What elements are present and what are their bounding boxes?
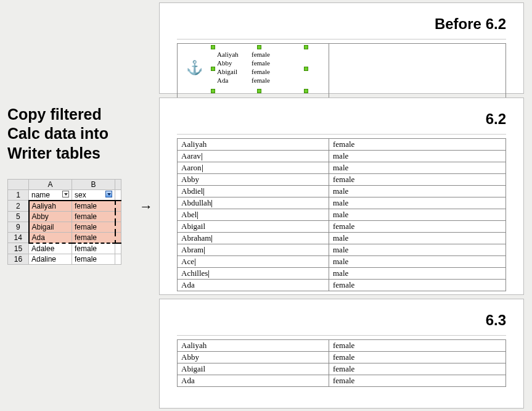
writer-cell[interactable]: Ace — [178, 256, 329, 268]
writer-cell[interactable]: male — [329, 151, 506, 162]
calc-cell[interactable]: female — [72, 254, 115, 264]
resize-handle[interactable] — [257, 89, 261, 93]
page-title: Copy filtered Calc data into Writer tabl… — [7, 105, 137, 163]
arrow-icon: → — [139, 199, 153, 215]
writer-cell[interactable]: Ada — [178, 280, 329, 291]
writer-cell[interactable]: male — [329, 209, 506, 221]
table-row: Adafemale — [178, 280, 506, 291]
calc-col-header-extra — [115, 179, 121, 189]
resize-handle[interactable] — [211, 67, 215, 71]
table-row: Abigailfemale — [178, 363, 506, 375]
writer-cell[interactable]: Abdiel — [178, 186, 329, 197]
writer-cell[interactable]: male — [329, 268, 506, 280]
writer-cell[interactable]: Aaliyah — [178, 340, 329, 352]
writer-cell[interactable]: female — [329, 340, 506, 352]
calc-empty-cell — [115, 222, 121, 232]
panel-before-6-2: Before 6.2 ⚓ AaliyahfemaleAbbyfemaleAbig… — [159, 2, 524, 94]
calc-empty-cell — [115, 254, 121, 264]
writer-cell[interactable]: male — [329, 244, 506, 256]
calc-row-header: 2 — [8, 201, 29, 212]
writer-cell[interactable]: Aaron — [178, 162, 329, 174]
calc-cell[interactable]: female — [72, 211, 115, 222]
calc-row-header: 15 — [8, 243, 29, 254]
writer-table-6-3: AaliyahfemaleAbbyfemaleAbigailfemaleAdaf… — [177, 339, 506, 387]
writer-cell[interactable]: Aarav — [178, 151, 329, 162]
writer-cell[interactable]: male — [329, 197, 506, 209]
writer-cell[interactable]: male — [329, 162, 506, 174]
calc-cell[interactable]: female — [72, 222, 115, 232]
writer-cell[interactable]: Abby — [178, 352, 329, 363]
resize-handle[interactable] — [257, 45, 261, 49]
calc-cell[interactable]: Abby — [29, 211, 72, 222]
text-cursor-icon — [211, 200, 212, 207]
calc-cell[interactable]: female — [72, 201, 115, 212]
writer-cell[interactable]: Ada — [178, 375, 329, 387]
writer-cell[interactable]: Abdullah — [178, 197, 329, 209]
table-row: Abrammale — [178, 244, 506, 256]
calc-empty-cell — [115, 232, 121, 243]
calc-header-cell: sex — [72, 189, 115, 201]
table-row: Abdullahmale — [178, 197, 506, 209]
resize-handle[interactable] — [304, 67, 308, 71]
anchor-icon: ⚓ — [186, 60, 203, 76]
calc-cell[interactable]: female — [72, 243, 115, 254]
text-cursor-icon — [202, 165, 203, 172]
writer-cell[interactable]: female — [329, 139, 506, 151]
calc-row-header: 9 — [8, 222, 29, 232]
resize-handle[interactable] — [211, 89, 215, 93]
writer-table-6-2: AaliyahfemaleAaravmaleAaronmaleAbbyfemal… — [177, 138, 506, 291]
resize-handle[interactable] — [304, 89, 308, 93]
writer-cell[interactable]: Abigail — [178, 363, 329, 375]
calc-spreadsheet: A B 1 name sex 2Aaliyahfemale5Abbyfemale… — [7, 179, 121, 265]
writer-cell[interactable]: male — [329, 256, 506, 268]
ole-object-frame[interactable]: AaliyahfemaleAbbyfemaleAbigailfemaleAdaf… — [213, 48, 306, 91]
autofilter-icon[interactable] — [62, 191, 69, 197]
table-row: Abelmale — [178, 209, 506, 221]
writer-cell[interactable]: male — [329, 233, 506, 244]
calc-cell[interactable]: female — [72, 232, 115, 243]
calc-cell[interactable]: Ada — [29, 232, 72, 243]
divider — [177, 134, 506, 135]
writer-cell[interactable]: female — [329, 280, 506, 291]
resize-handle[interactable] — [211, 45, 215, 49]
calc-header-sex: sex — [75, 191, 86, 199]
ole-cell: female — [252, 50, 286, 59]
writer-cell[interactable]: male — [329, 186, 506, 197]
writer-cell[interactable]: Abram — [178, 244, 329, 256]
calc-empty-cell — [115, 201, 121, 212]
divider — [177, 39, 506, 39]
writer-cell[interactable]: Abel — [178, 209, 329, 221]
panel-title-before: Before 6.2 — [177, 15, 506, 33]
resize-handle[interactable] — [304, 45, 308, 49]
calc-cell[interactable]: Adalee — [29, 243, 72, 254]
calc-row-header: 16 — [8, 254, 29, 264]
ole-cell: Ada — [217, 76, 252, 85]
table-row: Abrahammale — [178, 233, 506, 244]
table-row: Abbyfemale — [178, 352, 506, 363]
writer-cell[interactable]: Achilles — [178, 268, 329, 280]
calc-empty-cell — [115, 243, 121, 254]
writer-cell[interactable]: Abby — [178, 174, 329, 186]
writer-cell[interactable]: Abraham — [178, 233, 329, 244]
calc-corner-cell — [8, 179, 29, 189]
writer-cell[interactable]: Abigail — [178, 221, 329, 233]
calc-cell[interactable]: Adaline — [29, 254, 72, 264]
calc-cell[interactable]: Aaliyah — [29, 201, 72, 212]
panel-6-2: 6.2 AaliyahfemaleAaravmaleAaronmaleAbbyf… — [159, 98, 524, 295]
text-cursor-icon — [195, 259, 195, 266]
writer-cell[interactable]: female — [329, 363, 506, 375]
writer-cell[interactable]: female — [329, 221, 506, 233]
autofilter-active-icon[interactable] — [105, 191, 112, 197]
calc-cell[interactable]: Abigail — [29, 222, 72, 232]
divider — [177, 335, 506, 336]
ole-cell: female — [252, 59, 286, 67]
writer-cell[interactable]: female — [329, 174, 506, 186]
table-row: Abbyfemale — [178, 174, 506, 186]
ole-cell: Abigail — [217, 67, 252, 76]
calc-header-cell: name — [29, 189, 72, 201]
writer-cell[interactable]: female — [329, 375, 506, 387]
writer-cell[interactable]: female — [329, 352, 506, 363]
calc-header-name: name — [31, 191, 50, 199]
text-cursor-icon — [202, 153, 202, 160]
writer-cell[interactable]: Aaliyah — [178, 139, 329, 151]
